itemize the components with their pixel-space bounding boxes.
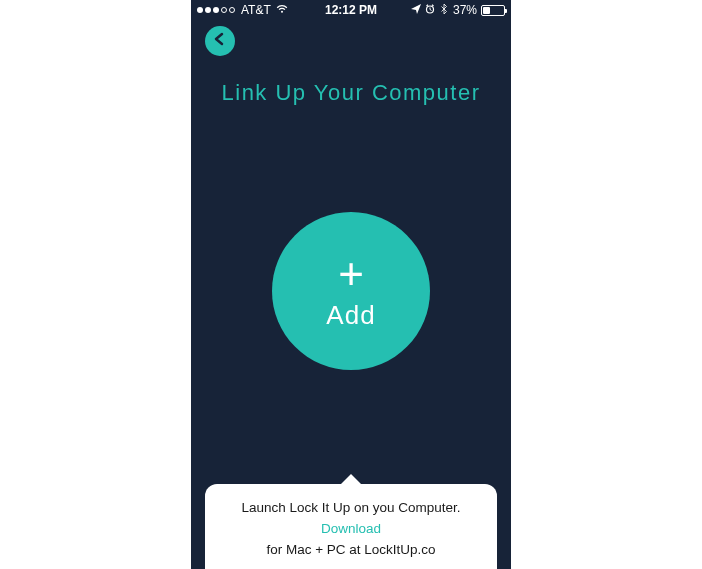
location-icon <box>411 3 421 17</box>
add-button-label: Add <box>326 300 375 331</box>
signal-strength-icon <box>197 7 235 13</box>
plus-icon: + <box>338 252 364 296</box>
add-button[interactable]: + Add <box>272 212 430 370</box>
wifi-icon <box>275 3 289 17</box>
tooltip-text-2: for Mac + PC at LockItUp.co <box>223 542 479 557</box>
back-button[interactable] <box>205 26 235 56</box>
phone-screen: AT&T 12:12 PM 37% <box>191 0 511 569</box>
download-link[interactable]: Download <box>223 521 479 536</box>
back-arrow-icon <box>212 32 228 50</box>
carrier-label: AT&T <box>241 3 271 17</box>
clock: 12:12 PM <box>325 3 377 17</box>
instruction-tooltip: Launch Lock It Up on you Computer. Downl… <box>205 484 497 569</box>
status-left: AT&T <box>197 3 289 17</box>
status-bar: AT&T 12:12 PM 37% <box>191 0 511 20</box>
bluetooth-icon <box>439 3 449 17</box>
battery-percentage: 37% <box>453 3 477 17</box>
battery-icon <box>481 5 505 16</box>
alarm-icon <box>425 3 435 17</box>
status-right: 37% <box>411 3 505 17</box>
tooltip-text-1: Launch Lock It Up on you Computer. <box>223 500 479 515</box>
page-title: Link Up Your Computer <box>191 80 511 106</box>
